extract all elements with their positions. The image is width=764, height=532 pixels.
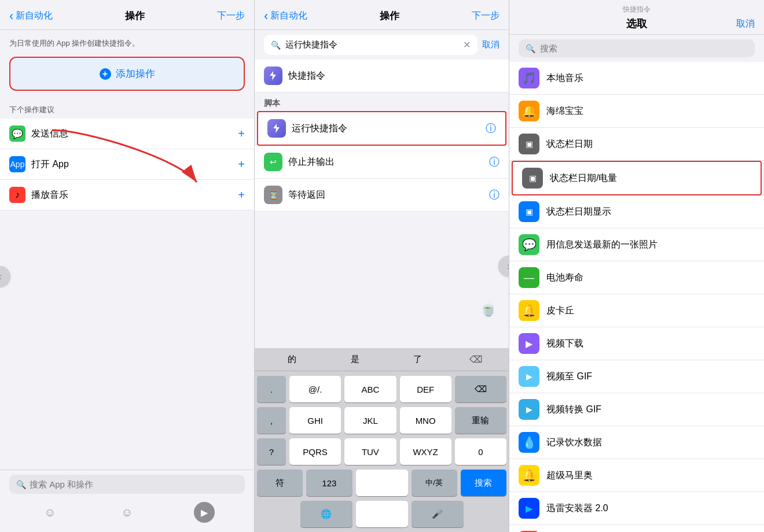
app-pikachu[interactable]: 🔔 皮卡丘	[509, 294, 764, 327]
kbd-lang[interactable]: 中/英	[412, 470, 457, 496]
clear-search-button[interactable]: ✕	[463, 39, 471, 50]
back-button-1[interactable]: 新自动化	[9, 10, 53, 23]
wait-return-item[interactable]: ⏳ 等待返回 ⓘ	[255, 179, 509, 212]
app-status-date-battery[interactable]: ▣ 状态栏日期/电量	[512, 161, 762, 195]
kbd-zero[interactable]: 0	[455, 438, 506, 465]
next-button-2[interactable]: 下一步	[472, 10, 499, 22]
search-input-2[interactable]	[285, 40, 458, 50]
suggest-3[interactable]: 了	[406, 352, 429, 367]
back-button-2[interactable]: 新自动化	[264, 10, 307, 23]
video-download-label: 视频下载	[546, 338, 583, 350]
kbd-row-4: 符 123 中/英 搜索	[257, 470, 506, 496]
send-icon-button[interactable]: ▶	[194, 502, 215, 523]
keyboard-delete-icon[interactable]: ⌫	[469, 354, 483, 365]
p3-search-bar[interactable]: 🔍	[519, 39, 755, 57]
suggestion-send-message[interactable]: 💬 发送信息 +	[0, 119, 254, 149]
pikachu-label: 皮卡丘	[546, 305, 574, 317]
status-date-battery-label: 状态栏日期/电量	[550, 172, 617, 184]
run-shortcut-item[interactable]: 运行快捷指令 ⓘ	[257, 111, 506, 146]
stop-output-label: 停止并输出	[288, 156, 335, 168]
kbd-search[interactable]: 搜索	[461, 470, 506, 496]
wait-return-info-icon[interactable]: ⓘ	[489, 188, 499, 202]
panel-2: 新自动化 操作 下一步 🔍 ✕ 取消 快捷指令 脚本	[255, 0, 509, 532]
add-action-button[interactable]: + 添加操作	[9, 57, 245, 91]
bottom-icon-2[interactable]: ☺	[117, 502, 138, 523]
keyboard-suggestions: 的 是 了 ⌫	[255, 348, 509, 371]
nav-title-1: 操作	[125, 9, 145, 23]
app-video-convert-gif[interactable]: ▶ 视频转换 GIF	[509, 393, 764, 426]
app-thunderbolt[interactable]: ▶ 迅雷安装器 2.0	[509, 492, 764, 525]
keyboard-area: 的 是 了 ⌫ . @/. ABC DEF ⌫ , GHI JKL MNO 重输…	[255, 348, 509, 532]
add-open-app-button[interactable]: +	[238, 158, 245, 171]
kbd-backspace[interactable]: ⌫	[455, 376, 506, 402]
bottom-search-input[interactable]	[30, 479, 238, 489]
kbd-globe[interactable]: 🌐	[300, 501, 352, 527]
shortcuts-label: 快捷指令	[288, 70, 325, 82]
script-section-header: 脚本	[255, 94, 509, 111]
cancel-search-button[interactable]: 取消	[482, 39, 499, 50]
play-music-label: 播放音乐	[31, 189, 68, 201]
run-shortcut-icon	[267, 119, 286, 138]
right-chevron-button[interactable]: ›	[498, 256, 509, 276]
thunderbolt-icon: ▶	[519, 498, 539, 519]
add-play-music-button[interactable]: +	[238, 189, 245, 202]
app-water-record[interactable]: 💧 记录饮水数据	[509, 426, 764, 459]
shortcuts-top-item[interactable]: 快捷指令	[255, 60, 509, 93]
panel-3: 快捷指令 选取 取消 🔍 🎵 本地音乐 🔔 海绵宝宝 ▣ 状态栏日期 ▣ 状态栏…	[509, 0, 764, 532]
kbd-123[interactable]: 123	[306, 470, 352, 496]
app-super-mario[interactable]: 🔔 超级马里奥	[509, 459, 764, 492]
run-shortcut-info-icon[interactable]: ⓘ	[486, 121, 496, 135]
bottom-nav-1: 🔍 ☺ ☺ ▶	[0, 470, 254, 532]
suggest-1[interactable]: 的	[281, 352, 303, 367]
kbd-ghi[interactable]: GHI	[289, 407, 341, 434]
kbd-reenter[interactable]: 重输	[455, 407, 506, 434]
app-local-music[interactable]: 🎵 本地音乐	[509, 62, 764, 95]
app-send-photo[interactable]: 💬 用信息发送最新的一张照片	[509, 228, 764, 261]
nav-subtitle-3: 快捷指令	[519, 5, 755, 14]
app-video-to-gif[interactable]: ▶ 视频至 GIF	[509, 360, 764, 393]
stop-output-info-icon[interactable]: ⓘ	[489, 155, 499, 169]
kbd-mic[interactable]: 🎤	[412, 501, 464, 527]
p3-search-input[interactable]	[540, 43, 748, 53]
kbd-abc[interactable]: ABC	[344, 376, 396, 402]
app-video-download[interactable]: ▶ 视频下载	[509, 327, 764, 360]
cancel-button-3[interactable]: 取消	[720, 18, 755, 30]
add-send-message-button[interactable]: +	[238, 127, 245, 141]
suggest-2[interactable]: 是	[344, 352, 366, 367]
kbd-mno[interactable]: MNO	[400, 407, 451, 434]
status-date-display-icon: ▣	[519, 201, 539, 222]
app-status-date[interactable]: ▣ 状态栏日期	[509, 128, 764, 161]
kbd-space[interactable]	[356, 470, 408, 496]
search-input-wrapper[interactable]: 🔍 ✕	[264, 35, 477, 55]
water-record-icon: 💧	[519, 432, 539, 453]
kbd-row-2: , GHI JKL MNO 重输	[257, 407, 506, 434]
kbd-spacebar[interactable]	[356, 501, 408, 527]
local-music-label: 本地音乐	[546, 72, 583, 84]
app-status-date-display[interactable]: ▣ 状态栏日期显示	[509, 195, 764, 228]
app-battery-life[interactable]: — 电池寿命	[509, 261, 764, 294]
kbd-at-slash-dot[interactable]: @/.	[289, 376, 341, 402]
kbd-question[interactable]: ?	[257, 438, 286, 465]
kbd-def[interactable]: DEF	[400, 376, 451, 402]
app-adou[interactable]: ♪ 阿斗	[509, 525, 764, 532]
kbd-tuv[interactable]: TUV	[344, 438, 396, 465]
left-chevron-button[interactable]: ‹	[0, 266, 10, 287]
kbd-symbol[interactable]: 符	[257, 470, 303, 496]
next-button-1[interactable]: 下一步	[217, 10, 245, 22]
kbd-dot[interactable]: .	[257, 376, 286, 402]
super-mario-label: 超级马里奥	[546, 470, 593, 482]
open-app-icon: App	[9, 156, 25, 172]
kbd-jkl[interactable]: JKL	[344, 407, 396, 434]
bottom-icon-1[interactable]: ☺	[40, 502, 61, 523]
kbd-wxyz[interactable]: WXYZ	[400, 438, 451, 465]
suggestion-play-music[interactable]: ♪ 播放音乐 +	[0, 180, 254, 210]
stop-output-item[interactable]: ↩ 停止并输出 ⓘ	[255, 146, 509, 179]
kbd-pqrs[interactable]: PQRS	[289, 438, 341, 465]
water-record-label: 记录饮水数据	[546, 437, 602, 449]
app-spongebob[interactable]: 🔔 海绵宝宝	[509, 95, 764, 128]
bottom-search-bar[interactable]: 🔍	[9, 475, 245, 494]
add-action-label: 添加操作	[116, 67, 155, 80]
kbd-comma[interactable]: ,	[257, 407, 286, 434]
nav-title-3: 选取	[626, 17, 647, 31]
suggestion-open-app[interactable]: App 打开 App +	[0, 149, 254, 180]
